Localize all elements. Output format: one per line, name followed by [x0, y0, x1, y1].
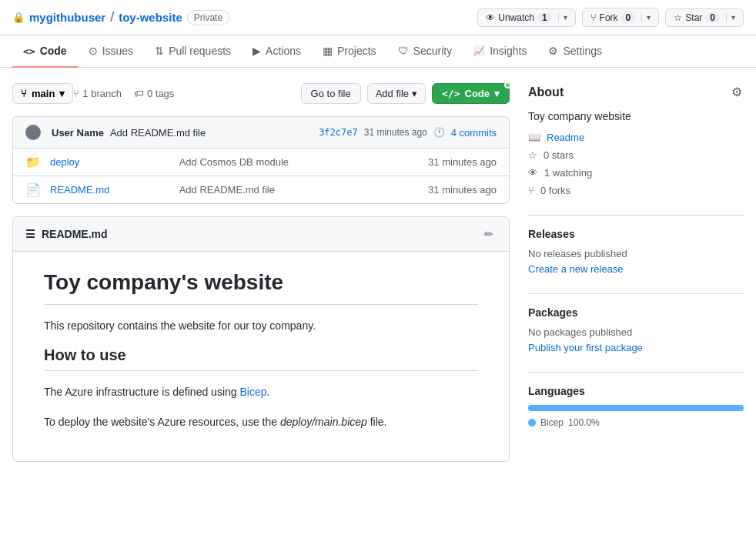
top-bar: 🔒 mygithubuser / toy-website Private 👁 U…: [0, 0, 756, 35]
left-panel: ⑂ main ▾ ⑂ 1 branch 🏷 0 tags Go to file …: [12, 83, 510, 462]
file-commit-message: Add Cosmos DB module: [179, 156, 419, 168]
actions-tab-icon: ▶: [253, 45, 261, 57]
about-meta: 📖 Readme ☆ 0 stars 👁 1 watching ⑂ 0 fork…: [528, 132, 744, 196]
code-dropdown-icon: ▾: [494, 88, 500, 99]
green-dot: [504, 82, 511, 89]
username-link[interactable]: mygithubuser: [29, 11, 105, 24]
fork-count: 0: [621, 12, 636, 23]
branch-meta: ⑂ 1 branch 🏷 0 tags: [73, 88, 174, 99]
fork-button[interactable]: ⑂ Fork 0 ▾: [582, 8, 660, 27]
languages-title: Languages: [528, 385, 744, 397]
star-icon: ☆: [674, 12, 682, 23]
pull-requests-tab-label: Pull requests: [169, 45, 231, 57]
readme-heading1: Toy company's website: [44, 270, 478, 305]
top-actions: 👁 Unwatch 1 ▾ ⑂ Fork 0 ▾ ☆ Star 0 ▾: [477, 8, 744, 27]
create-release-link[interactable]: Create a new release: [528, 263, 624, 275]
history-icon: 🕐: [433, 127, 445, 138]
tab-settings[interactable]: ⚙ Settings: [537, 35, 613, 68]
committer-username: User Name: [52, 127, 104, 139]
file-commit-message: Add README.md file: [179, 184, 419, 196]
stars-meta-label: 0 stars: [544, 149, 574, 161]
file-table: 📁 deploy Add Cosmos DB module 31 minutes…: [12, 148, 510, 204]
code-button[interactable]: </> Code ▾: [432, 83, 510, 104]
branch-bar: ⑂ main ▾ ⑂ 1 branch 🏷 0 tags Go to file …: [12, 83, 510, 104]
branches-link[interactable]: ⑂ 1 branch: [73, 88, 122, 99]
add-file-button[interactable]: Add file ▾: [367, 83, 426, 104]
branch-name: main: [32, 88, 55, 99]
code-tab-icon: <>: [23, 45, 35, 57]
readme-heading2: How to use: [44, 346, 478, 371]
code-btn-label: Code: [465, 88, 490, 99]
forks-meta-item: ⑂ 0 forks: [528, 185, 744, 196]
packages-section: Packages No packages published Publish y…: [528, 293, 744, 353]
unwatch-button[interactable]: 👁 Unwatch 1 ▾: [477, 8, 575, 27]
tab-code[interactable]: <> Code: [12, 35, 78, 68]
unwatch-label: Unwatch: [498, 12, 534, 23]
readme-para3-before: To deploy the website's Azure resources,…: [44, 416, 280, 428]
releases-section: Releases No releases published Create a …: [528, 215, 744, 275]
go-to-file-button[interactable]: Go to file: [301, 83, 361, 104]
tab-projects[interactable]: ▦ Projects: [312, 35, 387, 68]
tab-insights[interactable]: 📈 Insights: [463, 35, 537, 68]
publish-package-link[interactable]: Publish your first package: [528, 342, 643, 353]
commits-count-link[interactable]: 4 commits: [451, 127, 497, 139]
commit-message: Add README.md file: [110, 127, 206, 139]
private-badge: Private: [187, 10, 229, 25]
fork-label: Fork: [600, 12, 618, 23]
readme-para3: To deploy the website's Azure resources,…: [44, 413, 478, 430]
edit-readme-icon[interactable]: ✏: [481, 225, 497, 243]
folder-icon: 📁: [25, 155, 41, 169]
readme-section: ☰ README.md ✏ Toy company's website This…: [12, 216, 510, 462]
about-header: About ⚙: [528, 83, 744, 101]
language-item: Bicep 100.0%: [528, 417, 744, 428]
readme-para2-before: The Azure infrastructure is defined usin…: [44, 386, 239, 398]
branch-actions: Go to file Add file ▾ </> Code ▾: [301, 83, 510, 104]
file-icon: 📄: [25, 182, 41, 197]
issues-tab-label: Issues: [102, 45, 133, 57]
bicep-link[interactable]: Bicep: [239, 386, 266, 398]
file-modified-time: 31 minutes ago: [428, 184, 497, 196]
readme-header: ☰ README.md ✏: [13, 217, 509, 252]
nav-tabs: <> Code ⊙ Issues ⇅ Pull requests ▶ Actio…: [0, 35, 756, 68]
committer-avatar: [25, 125, 41, 140]
star-meta-icon: ☆: [528, 149, 537, 161]
commit-time: 31 minutes ago: [364, 127, 427, 138]
table-row: 📄 README.md Add README.md file 31 minute…: [13, 176, 509, 203]
branch-selector[interactable]: ⑂ main ▾: [12, 83, 73, 104]
file-name-link[interactable]: deploy: [50, 156, 170, 168]
watching-meta-label: 1 watching: [544, 167, 592, 179]
tab-pull-requests[interactable]: ⇅ Pull requests: [144, 35, 242, 68]
readme-meta-link[interactable]: Readme: [547, 132, 584, 143]
readme-para2-after: .: [267, 386, 270, 398]
commit-sha-link[interactable]: 3f2c7e7: [319, 127, 358, 138]
repo-name-link[interactable]: toy-website: [119, 11, 182, 24]
code-icon: </>: [442, 88, 460, 99]
watching-meta-item: 👁 1 watching: [528, 167, 744, 179]
tab-security[interactable]: 🛡 Security: [387, 35, 463, 68]
eye-icon: 👁: [486, 12, 495, 23]
issues-tab-icon: ⊙: [89, 45, 98, 57]
tab-issues[interactable]: ⊙ Issues: [78, 35, 144, 68]
main-content: ⑂ main ▾ ⑂ 1 branch 🏷 0 tags Go to file …: [0, 68, 756, 477]
add-file-label: Add file: [376, 88, 409, 99]
unwatch-count: 1: [537, 12, 552, 23]
tags-count: 0 tags: [147, 88, 174, 99]
settings-tab-label: Settings: [563, 45, 602, 57]
commit-meta: 3f2c7e7 31 minutes ago 🕐 4 commits: [319, 127, 497, 139]
file-name-link[interactable]: README.md: [50, 184, 170, 196]
no-packages-text: No packages published: [528, 326, 744, 338]
file-modified-time: 31 minutes ago: [428, 156, 497, 168]
fork-meta-icon: ⑂: [528, 185, 534, 196]
tag-icon: 🏷: [134, 88, 144, 99]
forks-meta-label: 0 forks: [540, 185, 570, 196]
star-button[interactable]: ☆ Star 0 ▾: [665, 8, 744, 27]
code-tab-label: Code: [40, 45, 67, 57]
tab-actions[interactable]: ▶ Actions: [242, 35, 312, 68]
table-row: 📁 deploy Add Cosmos DB module 31 minutes…: [13, 149, 509, 176]
tags-link[interactable]: 🏷 0 tags: [134, 88, 174, 99]
commit-bar: User Name Add README.md file 3f2c7e7 31 …: [12, 116, 510, 148]
about-title: About: [528, 85, 564, 99]
eye-meta-icon: 👁: [528, 167, 538, 179]
about-description: Toy company website: [528, 110, 744, 122]
about-settings-button[interactable]: ⚙: [730, 83, 744, 101]
